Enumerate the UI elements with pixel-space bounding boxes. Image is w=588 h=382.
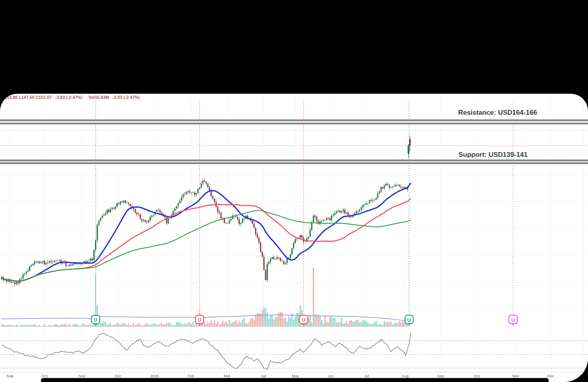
svg-text:U: U: [198, 317, 202, 323]
x-axis-label: Aug: [402, 374, 409, 378]
svg-text:U: U: [302, 317, 305, 323]
candles-up: [1, 181, 407, 284]
price-chart-svg: SepOctNovDec2025FebMarAprMayJunJulAugSep…: [0, 94, 588, 382]
grid: [0, 97, 588, 372]
x-axis-label: Mar: [224, 374, 230, 378]
ma50-line: [2, 199, 411, 282]
event-lines: [96, 101, 513, 314]
svg-text:U: U: [511, 317, 515, 323]
bottom-bar: [41, 378, 549, 382]
x-axis-label: Oct: [474, 374, 480, 378]
event-badge-u[interactable]: U: [509, 315, 517, 326]
ma100-line: [2, 210, 411, 282]
candles-down: [3, 181, 408, 284]
rsi-line: [2, 333, 411, 370]
x-axis-label: May: [292, 374, 299, 378]
resistance-label: Resistance: USD164-166: [458, 109, 537, 117]
x-axis-label: 2025: [150, 374, 159, 378]
ma20-line: [2, 183, 411, 281]
svg-text:U: U: [94, 317, 97, 323]
x-axis-label: Oct: [42, 374, 48, 378]
x-axis-label: 2026: [579, 374, 588, 378]
x-axis-label: Feb: [188, 374, 194, 378]
x-axis-label: Apr: [261, 374, 267, 378]
support-label: Support: USD139-141: [458, 151, 528, 159]
x-axis-label: Nov: [512, 374, 519, 378]
x-axis-label: Sep: [437, 374, 444, 378]
x-axis-label: Jun: [328, 374, 334, 378]
x-axis-label: Nov: [79, 374, 85, 378]
screen: { "legend": { "ohlc": "H156.85 L147.50 C…: [0, 0, 588, 382]
x-axis-label: Jul: [364, 374, 369, 378]
x-axis-label: Sep: [7, 374, 14, 378]
x-axis-label: Dec: [115, 374, 122, 378]
latest-candle-0: [408, 144, 409, 158]
volume-ma-line: [2, 315, 408, 321]
volume-bars-up: [1, 274, 408, 327]
chart-card: H156.85 L147.50 C151.07-3.83 (-2.47%)Vol…: [0, 94, 588, 382]
svg-text:U: U: [408, 317, 411, 323]
x-axis-label: Dec: [547, 374, 554, 378]
rsi-pane: [0, 333, 588, 370]
